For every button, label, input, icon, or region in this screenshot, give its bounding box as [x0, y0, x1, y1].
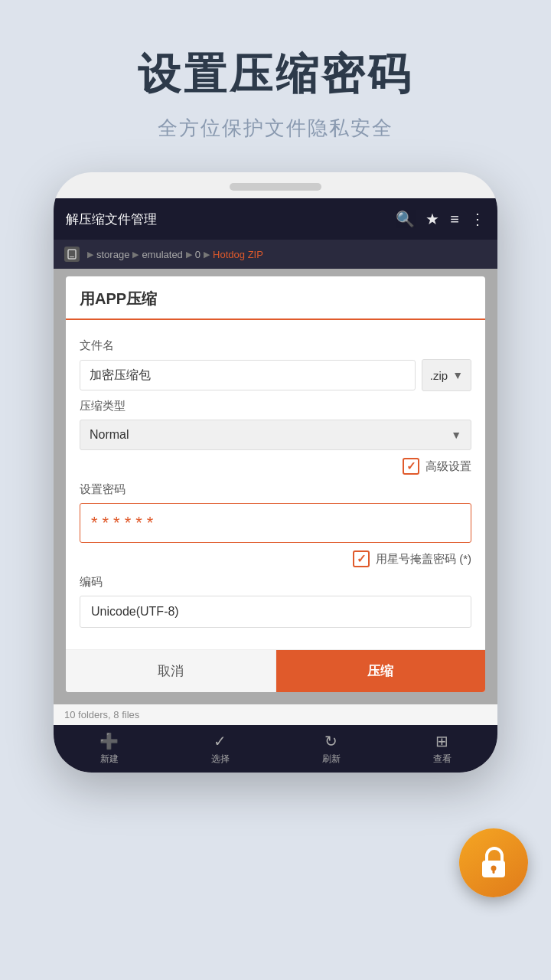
file-info-bar: 10 folders, 8 files	[54, 704, 497, 725]
phone-notch	[230, 183, 321, 191]
app-topbar: 解压缩文件管理 🔍 ★ ≡ ⋮	[54, 198, 497, 240]
svg-rect-4	[493, 870, 495, 874]
lock-badge	[459, 828, 528, 897]
lock-icon	[474, 844, 513, 882]
compression-type-select[interactable]: Normal ▼	[80, 420, 471, 450]
breadcrumb-0: 0	[195, 249, 201, 260]
app-title: 解压缩文件管理	[66, 211, 385, 228]
app-screen: 解压缩文件管理 🔍 ★ ≡ ⋮ ▶ storage ▶ emulated ▶ 0…	[54, 198, 497, 773]
mask-password-checkbox[interactable]: ✓	[353, 550, 370, 567]
mask-check-mark: ✓	[357, 552, 367, 566]
hero-subtitle: 全方位保护文件隐私安全	[0, 115, 551, 142]
device-icon	[64, 247, 80, 262]
confirm-button[interactable]: 压缩	[276, 650, 486, 692]
encoding-input[interactable]	[80, 596, 471, 628]
breadcrumb-emulated: emulated	[142, 249, 182, 260]
breadcrumb-folder: Hotdog ZIP	[213, 249, 263, 260]
filename-label: 文件名	[80, 338, 471, 353]
select-label: 选择	[211, 753, 230, 766]
ext-selector[interactable]: .zip ▼	[422, 359, 471, 391]
search-icon[interactable]: 🔍	[396, 210, 415, 228]
ext-dropdown-button[interactable]: ▼	[452, 369, 463, 381]
advanced-settings-label: 高级设置	[425, 459, 471, 474]
dialog-actions: 取消 压缩	[66, 649, 485, 692]
refresh-label: 刷新	[322, 753, 341, 766]
compression-type-arrow: ▼	[451, 429, 461, 441]
nav-refresh[interactable]: ↻ 刷新	[276, 725, 386, 773]
password-input[interactable]	[80, 503, 471, 543]
svg-rect-1	[70, 256, 74, 257]
hero-title: 设置压缩密码	[0, 46, 551, 104]
select-icon: ✓	[214, 732, 227, 750]
new-icon: ➕	[99, 732, 119, 750]
filename-input[interactable]	[80, 360, 416, 390]
more-icon[interactable]: ⋮	[470, 210, 485, 228]
dialog-header: 用APP压缩	[66, 276, 485, 320]
dialog-title: 用APP压缩	[80, 289, 471, 309]
filename-row: .zip ▼	[80, 359, 471, 391]
dialog-body: 文件名 .zip ▼ 压缩类型 Normal ▼	[66, 320, 485, 639]
nav-new[interactable]: ➕ 新建	[54, 725, 165, 773]
password-label: 设置密码	[80, 482, 471, 497]
refresh-icon: ↻	[324, 732, 337, 750]
nav-select[interactable]: ✓ 选择	[165, 725, 276, 773]
svg-rect-0	[68, 250, 76, 259]
compress-dialog: 用APP压缩 文件名 .zip ▼ 压缩类型	[66, 276, 485, 692]
new-label: 新建	[100, 753, 119, 766]
view-icon: ⊞	[435, 732, 448, 750]
check-mark: ✓	[406, 459, 416, 473]
hero-area: 设置压缩密码 全方位保护文件隐私安全	[0, 0, 551, 172]
advanced-settings-row: ✓ 高级设置	[80, 458, 471, 475]
breadcrumb: ▶ storage ▶ emulated ▶ 0 ▶ Hotdog ZIP	[54, 240, 497, 269]
nav-view[interactable]: ⊞ 查看	[386, 725, 497, 773]
advanced-settings-checkbox[interactable]: ✓	[403, 458, 419, 475]
mask-password-row: ✓ 用星号掩盖密码 (*)	[80, 550, 471, 567]
bottom-nav: ➕ 新建 ✓ 选择 ↻ 刷新 ⊞ 查看	[54, 725, 497, 773]
menu-icon[interactable]: ≡	[450, 211, 459, 228]
compression-type-value: Normal	[90, 428, 129, 442]
compression-type-label: 压缩类型	[80, 399, 471, 413]
encoding-label: 编码	[80, 575, 471, 590]
ext-label: .zip	[430, 369, 448, 382]
star-icon[interactable]: ★	[425, 210, 439, 228]
cancel-button[interactable]: 取消	[66, 650, 276, 692]
phone-shell: 解压缩文件管理 🔍 ★ ≡ ⋮ ▶ storage ▶ emulated ▶ 0…	[54, 172, 497, 773]
view-label: 查看	[433, 753, 452, 766]
mask-password-label: 用星号掩盖密码 (*)	[376, 552, 471, 567]
dialog-overlay: 用APP压缩 文件名 .zip ▼ 压缩类型	[54, 269, 497, 704]
breadcrumb-storage: storage	[96, 249, 129, 260]
file-count: 10 folders, 8 files	[64, 709, 139, 720]
